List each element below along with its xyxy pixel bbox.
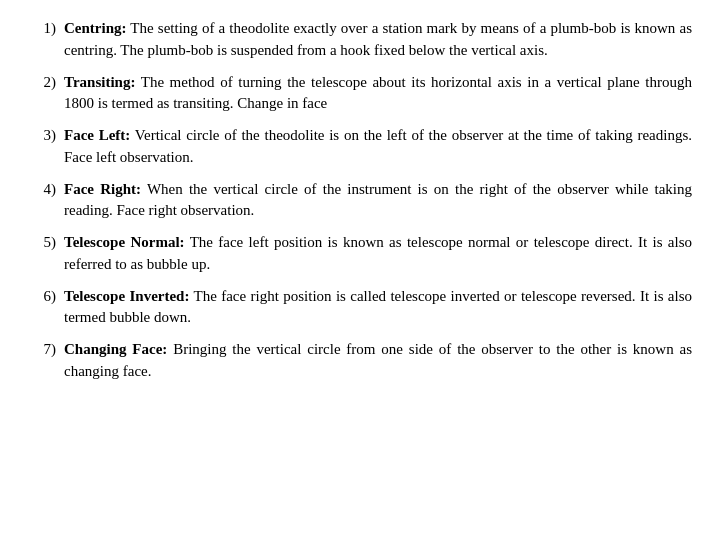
list-item: 2)Transiting: The method of turning the … xyxy=(28,72,692,116)
list-item: 6)Telescope Inverted: The face right pos… xyxy=(28,286,692,330)
list-item: 4)Face Right: When the vertical circle o… xyxy=(28,179,692,223)
item-number: 1) xyxy=(28,18,64,40)
item-bold-label: Telescope Inverted: xyxy=(64,288,189,304)
item-number: 4) xyxy=(28,179,64,201)
list-item: 7)Changing Face: Bringing the vertical c… xyxy=(28,339,692,383)
item-bold-label: Telescope Normal: xyxy=(64,234,185,250)
item-text: Changing Face: Bringing the vertical cir… xyxy=(64,339,692,383)
item-text: Telescope Normal: The face left position… xyxy=(64,232,692,276)
item-number: 2) xyxy=(28,72,64,94)
item-text: Telescope Inverted: The face right posit… xyxy=(64,286,692,330)
item-bold-label: Face Left: xyxy=(64,127,130,143)
list-item: 5)Telescope Normal: The face left positi… xyxy=(28,232,692,276)
item-number: 3) xyxy=(28,125,64,147)
item-bold-label: Centring: xyxy=(64,20,127,36)
item-bold-label: Transiting: xyxy=(64,74,135,90)
item-number: 5) xyxy=(28,232,64,254)
main-content: 1)Centring: The setting of a theodolite … xyxy=(0,0,720,411)
item-number: 7) xyxy=(28,339,64,361)
list-item: 1)Centring: The setting of a theodolite … xyxy=(28,18,692,62)
item-text: Face Right: When the vertical circle of … xyxy=(64,179,692,223)
list-item: 3)Face Left: Vertical circle of the theo… xyxy=(28,125,692,169)
item-bold-label: Face Right: xyxy=(64,181,141,197)
item-bold-label: Changing Face: xyxy=(64,341,167,357)
item-text: Centring: The setting of a theodolite ex… xyxy=(64,18,692,62)
item-number: 6) xyxy=(28,286,64,308)
item-text: Face Left: Vertical circle of the theodo… xyxy=(64,125,692,169)
item-text: Transiting: The method of turning the te… xyxy=(64,72,692,116)
